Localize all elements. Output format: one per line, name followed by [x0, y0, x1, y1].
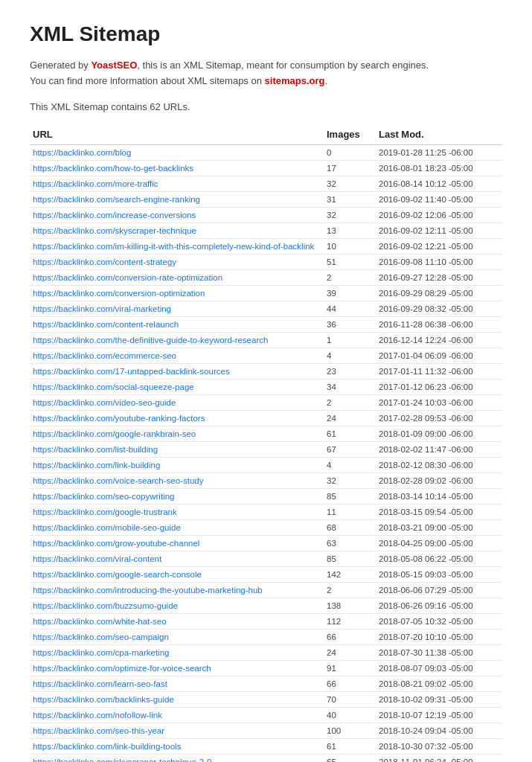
url-link[interactable]: https://backlinko.com/content-strategy: [33, 257, 176, 266]
table-row: https://backlinko.com/google-trustrank11…: [30, 504, 502, 519]
url-cell[interactable]: https://backlinko.com/google-search-cons…: [30, 566, 324, 582]
url-link[interactable]: https://backlinko.com/conversion-rate-op…: [33, 273, 222, 282]
url-cell[interactable]: https://backlinko.com/optimize-for-voice…: [30, 660, 324, 676]
table-row: https://backlinko.com/blog02019-01-28 11…: [30, 144, 502, 160]
url-link[interactable]: https://backlinko.com/skyscraper-techniq…: [33, 758, 211, 762]
col-header-lastmod: Last Mod.: [376, 124, 502, 145]
table-row: https://backlinko.com/white-hat-seo11220…: [30, 613, 502, 629]
url-cell[interactable]: https://backlinko.com/17-untapped-backli…: [30, 363, 324, 379]
url-link[interactable]: https://backlinko.com/cpa-marketing: [33, 648, 169, 657]
url-link[interactable]: https://backlinko.com/search-engine-rank…: [33, 195, 200, 204]
url-cell[interactable]: https://backlinko.com/more-traffic: [30, 176, 324, 191]
url-link[interactable]: https://backlinko.com/link-building-tool…: [33, 742, 181, 751]
url-link[interactable]: https://backlinko.com/content-relaunch: [33, 320, 179, 329]
url-cell[interactable]: https://backlinko.com/seo-copywriting: [30, 488, 324, 504]
images-cell: 13: [324, 222, 376, 238]
url-cell[interactable]: https://backlinko.com/ecommerce-seo: [30, 348, 324, 363]
images-cell: 39: [324, 285, 376, 301]
url-link[interactable]: https://backlinko.com/viral-content: [33, 554, 161, 563]
url-cell[interactable]: https://backlinko.com/mobile-seo-guide: [30, 519, 324, 535]
url-cell[interactable]: https://backlinko.com/list-building: [30, 441, 324, 457]
url-link[interactable]: https://backlinko.com/youtube-ranking-fa…: [33, 414, 205, 423]
url-link[interactable]: https://backlinko.com/seo-copywriting: [33, 492, 174, 501]
url-cell[interactable]: https://backlinko.com/video-seo-guide: [30, 394, 324, 410]
lastmod-cell: 2018-02-02 11:47 -06:00: [376, 441, 502, 457]
url-link[interactable]: https://backlinko.com/the-definitive-gui…: [33, 336, 268, 345]
url-cell[interactable]: https://backlinko.com/google-trustrank: [30, 504, 324, 519]
url-link[interactable]: https://backlinko.com/mobile-seo-guide: [33, 523, 181, 532]
url-cell[interactable]: https://backlinko.com/skyscraper-techniq…: [30, 754, 324, 762]
url-cell[interactable]: https://backlinko.com/social-squeeze-pag…: [30, 379, 324, 394]
url-link[interactable]: https://backlinko.com/google-rankbrain-s…: [33, 429, 196, 438]
lastmod-cell: 2018-05-15 09:03 -05:00: [376, 566, 502, 582]
url-cell[interactable]: https://backlinko.com/blog: [30, 144, 324, 160]
url-link[interactable]: https://backlinko.com/17-untapped-backli…: [33, 367, 230, 376]
url-cell[interactable]: https://backlinko.com/content-strategy: [30, 254, 324, 269]
url-cell[interactable]: https://backlinko.com/search-engine-rank…: [30, 191, 324, 207]
url-cell[interactable]: https://backlinko.com/how-to-get-backlin…: [30, 160, 324, 176]
url-cell[interactable]: https://backlinko.com/nofollow-link: [30, 707, 324, 723]
url-link[interactable]: https://backlinko.com/list-building: [33, 445, 158, 454]
url-link[interactable]: https://backlinko.com/optimize-for-voice…: [33, 664, 211, 673]
url-link[interactable]: https://backlinko.com/viral-marketing: [33, 304, 171, 313]
url-link[interactable]: https://backlinko.com/conversion-optimiz…: [33, 289, 205, 298]
url-cell[interactable]: https://backlinko.com/increase-conversio…: [30, 207, 324, 222]
url-link[interactable]: https://backlinko.com/google-trustrank: [33, 508, 177, 516]
url-link[interactable]: https://backlinko.com/backlinks-guide: [33, 695, 174, 704]
url-cell[interactable]: https://backlinko.com/viral-content: [30, 551, 324, 566]
sitemaps-link[interactable]: sitemaps.org: [265, 75, 325, 86]
url-link[interactable]: https://backlinko.com/seo-campaign: [33, 633, 169, 641]
table-row: https://backlinko.com/link-building42018…: [30, 457, 502, 473]
url-cell[interactable]: https://backlinko.com/conversion-rate-op…: [30, 269, 324, 285]
url-link[interactable]: https://backlinko.com/google-search-cons…: [33, 570, 202, 579]
table-row: https://backlinko.com/learn-seo-fast6620…: [30, 676, 502, 691]
url-cell[interactable]: https://backlinko.com/seo-this-year: [30, 723, 324, 738]
url-cell[interactable]: https://backlinko.com/google-rankbrain-s…: [30, 426, 324, 441]
url-cell[interactable]: https://backlinko.com/conversion-optimiz…: [30, 285, 324, 301]
url-link[interactable]: https://backlinko.com/im-killing-it-with…: [33, 242, 314, 251]
url-cell[interactable]: https://backlinko.com/the-definitive-gui…: [30, 332, 324, 348]
url-cell[interactable]: https://backlinko.com/cpa-marketing: [30, 644, 324, 660]
url-link[interactable]: https://backlinko.com/white-hat-seo: [33, 617, 167, 626]
intro-line2-post: .: [324, 75, 327, 86]
url-link[interactable]: https://backlinko.com/ecommerce-seo: [33, 351, 176, 360]
url-link[interactable]: https://backlinko.com/how-to-get-backlin…: [33, 164, 193, 173]
url-cell[interactable]: https://backlinko.com/voice-search-seo-s…: [30, 473, 324, 488]
table-row: https://backlinko.com/optimize-for-voice…: [30, 660, 502, 676]
table-row: https://backlinko.com/ecommerce-seo42017…: [30, 348, 502, 363]
url-link[interactable]: https://backlinko.com/buzzsumo-guide: [33, 601, 178, 610]
url-cell[interactable]: https://backlinko.com/learn-seo-fast: [30, 676, 324, 691]
url-link[interactable]: https://backlinko.com/introducing-the-yo…: [33, 586, 263, 595]
url-link[interactable]: https://backlinko.com/nofollow-link: [33, 711, 162, 720]
url-link[interactable]: https://backlinko.com/social-squeeze-pag…: [33, 382, 194, 391]
url-link[interactable]: https://backlinko.com/blog: [33, 148, 131, 157]
lastmod-cell: 2016-09-08 11:10 -05:00: [376, 254, 502, 269]
url-cell[interactable]: https://backlinko.com/seo-campaign: [30, 629, 324, 644]
url-cell[interactable]: https://backlinko.com/content-relaunch: [30, 316, 324, 332]
images-cell: 40: [324, 707, 376, 723]
url-link[interactable]: https://backlinko.com/link-building: [33, 461, 160, 470]
url-cell[interactable]: https://backlinko.com/viral-marketing: [30, 301, 324, 316]
url-cell[interactable]: https://backlinko.com/skyscraper-techniq…: [30, 222, 324, 238]
url-cell[interactable]: https://backlinko.com/youtube-ranking-fa…: [30, 410, 324, 426]
url-cell[interactable]: https://backlinko.com/white-hat-seo: [30, 613, 324, 629]
lastmod-cell: 2018-02-12 08:30 -06:00: [376, 457, 502, 473]
url-cell[interactable]: https://backlinko.com/link-building: [30, 457, 324, 473]
url-link[interactable]: https://backlinko.com/seo-this-year: [33, 726, 164, 735]
url-cell[interactable]: https://backlinko.com/buzzsumo-guide: [30, 598, 324, 613]
url-link[interactable]: https://backlinko.com/grow-youtube-chann…: [33, 539, 199, 548]
url-cell[interactable]: https://backlinko.com/backlinks-guide: [30, 691, 324, 707]
url-cell[interactable]: https://backlinko.com/link-building-tool…: [30, 738, 324, 754]
url-link[interactable]: https://backlinko.com/increase-conversio…: [33, 211, 196, 220]
url-link[interactable]: https://backlinko.com/more-traffic: [33, 179, 158, 188]
yoast-link[interactable]: YoastSEO: [91, 60, 137, 71]
url-cell[interactable]: https://backlinko.com/introducing-the-yo…: [30, 582, 324, 598]
url-link[interactable]: https://backlinko.com/skyscraper-techniq…: [33, 226, 196, 235]
url-cell[interactable]: https://backlinko.com/grow-youtube-chann…: [30, 535, 324, 551]
url-link[interactable]: https://backlinko.com/video-seo-guide: [33, 398, 176, 407]
url-cell[interactable]: https://backlinko.com/im-killing-it-with…: [30, 238, 324, 254]
url-link[interactable]: https://backlinko.com/voice-search-seo-s…: [33, 476, 203, 485]
table-row: https://backlinko.com/social-squeeze-pag…: [30, 379, 502, 394]
page-title: XML Sitemap: [30, 22, 502, 46]
url-link[interactable]: https://backlinko.com/learn-seo-fast: [33, 679, 167, 688]
